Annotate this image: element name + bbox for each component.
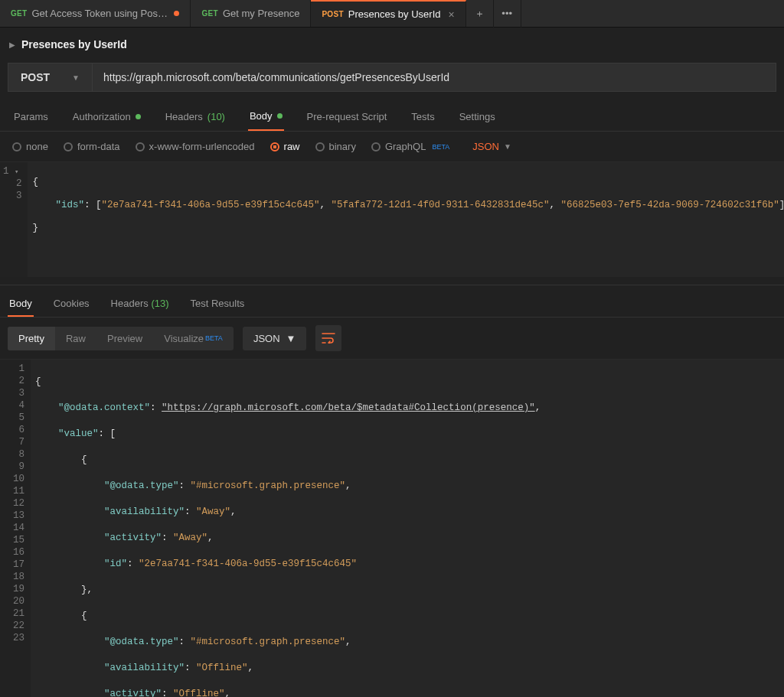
tab-label: Get my Presence (223, 8, 299, 19)
bodytype-formdata[interactable]: form-data (64, 141, 120, 152)
response-format-select[interactable]: JSON ▼ (243, 327, 307, 350)
dirty-indicator-icon (174, 11, 179, 16)
subtab-settings[interactable]: Settings (458, 103, 497, 131)
bodytype-raw[interactable]: raw (270, 141, 300, 152)
status-dot-icon (136, 114, 141, 119)
new-tab-button[interactable]: ＋ (466, 0, 494, 28)
line-gutter: 1234567891011121314151617181920212223 (0, 360, 31, 697)
response-controls: Pretty Raw Preview VisualizeBETA JSON ▼ (0, 318, 784, 359)
close-icon[interactable]: × (448, 8, 454, 21)
subtab-prerequest[interactable]: Pre-request Script (305, 103, 389, 131)
resp-tab-body[interactable]: Body (8, 292, 34, 317)
view-visualize[interactable]: VisualizeBETA (153, 327, 234, 350)
view-pretty[interactable]: Pretty (8, 327, 55, 350)
resp-tab-headers[interactable]: Headers (13) (109, 292, 171, 317)
method-badge: GET (11, 9, 27, 18)
tab-label: Get Access Token using Postma... (31, 8, 169, 19)
bodytype-graphql[interactable]: GraphQLBETA (371, 141, 449, 152)
chevron-down-icon: ▼ (286, 333, 296, 344)
tab-actions: ＋ ••• (466, 0, 521, 27)
subtab-body[interactable]: Body (248, 103, 284, 131)
wrap-icon (322, 333, 335, 344)
url-text: https://graph.microsoft.com/beta/communi… (103, 71, 449, 83)
method-badge: POST (322, 10, 343, 18)
body-type-row: none form-data x-www-form-urlencoded raw… (0, 132, 784, 162)
request-body-editor[interactable]: 1 ▾23 { "ids": ["2e7aa741-f341-406a-9d55… (0, 162, 784, 277)
url-input[interactable]: https://graph.microsoft.com/beta/communi… (92, 63, 776, 92)
subtab-authorization[interactable]: Authorization (71, 103, 142, 131)
method-value: POST (21, 71, 50, 83)
tab-label: Presences by UserId (348, 8, 441, 20)
status-dot-icon (277, 113, 283, 119)
response-code[interactable]: { "@odata.context": "https://graph.micro… (31, 360, 784, 697)
subtab-params[interactable]: Params (12, 103, 50, 131)
tab-get-token[interactable]: GET Get Access Token using Postma... (0, 0, 191, 27)
wrap-lines-button[interactable] (315, 325, 341, 351)
resp-tab-cookies[interactable]: Cookies (52, 292, 91, 317)
subtab-tests[interactable]: Tests (410, 103, 436, 131)
bodytype-binary[interactable]: binary (315, 141, 356, 152)
method-badge: GET (201, 9, 217, 18)
response-tabs: Body Cookies Headers (13) Test Results (0, 285, 784, 318)
resp-tab-testresults[interactable]: Test Results (189, 292, 247, 317)
request-tabs: GET Get Access Token using Postma... GET… (0, 0, 784, 28)
response-body-editor[interactable]: 1234567891011121314151617181920212223 { … (0, 359, 784, 697)
tab-presences-by-userid[interactable]: POST Presences by UserId × (311, 0, 466, 27)
subtab-headers[interactable]: Headers (10) (164, 103, 227, 131)
view-segment: Pretty Raw Preview VisualizeBETA (8, 327, 234, 350)
request-title: Presences by UserId (21, 38, 127, 50)
request-code[interactable]: { "ids": ["2e7aa741-f341-406a-9d55-e39f1… (28, 162, 784, 277)
collapse-icon[interactable]: ▶ (9, 41, 15, 49)
bodytype-none[interactable]: none (12, 141, 48, 152)
body-lang-select[interactable]: JSON ▼ (472, 141, 511, 152)
method-select[interactable]: POST ▼ (8, 63, 92, 92)
request-title-row: ▶ Presences by UserId (0, 28, 784, 58)
url-bar: POST ▼ https://graph.microsoft.com/beta/… (8, 63, 776, 92)
tab-overflow-button[interactable]: ••• (494, 0, 521, 28)
view-raw[interactable]: Raw (55, 327, 96, 350)
bodytype-xform[interactable]: x-www-form-urlencoded (136, 141, 255, 152)
request-subtabs: Params Authorization Headers (10) Body P… (0, 103, 784, 132)
chevron-down-icon: ▼ (504, 142, 511, 151)
line-gutter: 1 ▾23 (0, 162, 28, 277)
view-preview[interactable]: Preview (96, 327, 153, 350)
chevron-down-icon: ▼ (72, 73, 80, 82)
tab-get-presence[interactable]: GET Get my Presence (191, 0, 311, 27)
